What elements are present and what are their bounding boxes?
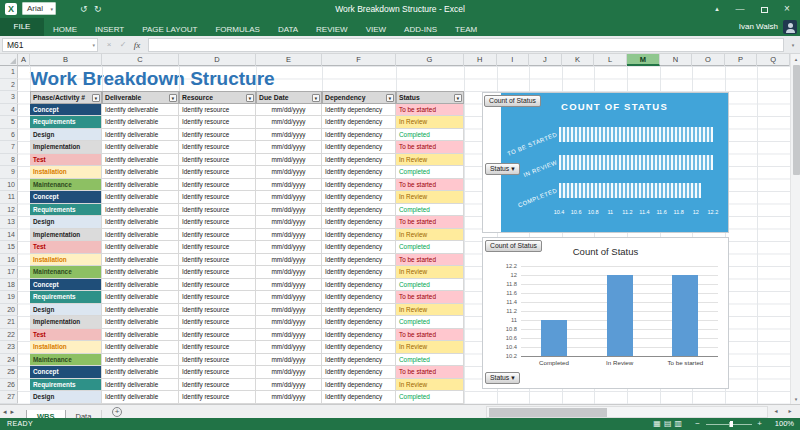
table-cell-dependency[interactable]: Identify dependency (322, 204, 396, 217)
zoom-slider-thumb[interactable] (730, 421, 733, 427)
table-cell-status[interactable]: To be started (396, 329, 464, 342)
row-header-15[interactable]: 15 (0, 241, 18, 254)
table-cell-phase[interactable]: Implementation (30, 229, 102, 242)
formula-input[interactable] (148, 38, 784, 52)
table-cell-dependency[interactable]: Identify dependency (322, 391, 396, 404)
table-cell-dependency[interactable]: Identify dependency (322, 104, 396, 117)
normal-view-icon[interactable]: ▦ (653, 419, 661, 428)
table-cell-status[interactable]: Completed (396, 241, 464, 254)
table-cell-deliverable[interactable]: Identify deliverable (102, 354, 179, 367)
column-header-L[interactable]: L (594, 54, 627, 66)
table-cell-status[interactable]: Completed (396, 204, 464, 217)
column-header-A[interactable]: A (18, 54, 30, 66)
column-header-N[interactable]: N (660, 54, 693, 66)
table-cell-due-date[interactable]: mm/dd/yyyy (256, 216, 322, 229)
table-header-due-date[interactable]: Due Date▾ (256, 91, 322, 104)
table-cell-resource[interactable]: Identify resource (179, 279, 256, 292)
table-header-dependency[interactable]: Dependency▾ (322, 91, 396, 104)
column-header-F[interactable]: F (322, 54, 396, 66)
table-cell-due-date[interactable]: mm/dd/yyyy (256, 154, 322, 167)
table-cell-dependency[interactable]: Identify dependency (322, 179, 396, 192)
enter-entry-icon[interactable]: ✓ (116, 38, 130, 52)
pivot-field-button[interactable]: Count of Status (485, 240, 542, 252)
qat-font-dropdown[interactable]: Arial▾ (22, 2, 56, 15)
row-header-1[interactable]: 1 (0, 66, 18, 79)
page-break-view-icon[interactable]: ▥ (674, 419, 682, 428)
table-cell-dependency[interactable]: Identify dependency (322, 166, 396, 179)
table-header-status[interactable]: Status▾ (396, 91, 464, 104)
table-cell-deliverable[interactable]: Identify deliverable (102, 241, 179, 254)
table-cell-dependency[interactable]: Identify dependency (322, 266, 396, 279)
table-cell-phase[interactable]: Design (30, 304, 102, 317)
table-cell-deliverable[interactable]: Identify deliverable (102, 279, 179, 292)
table-cell-phase[interactable]: Requirements (30, 204, 102, 217)
column-header-O[interactable]: O (692, 54, 725, 66)
row-header-6[interactable]: 6 (0, 129, 18, 142)
table-cell-resource[interactable]: Identify resource (179, 166, 256, 179)
table-cell-status[interactable]: Completed (396, 166, 464, 179)
table-cell-dependency[interactable]: Identify dependency (322, 229, 396, 242)
row-header-20[interactable]: 20 (0, 304, 18, 317)
row-header-27[interactable]: 27 (0, 391, 18, 404)
table-cell-dependency[interactable]: Identify dependency (322, 254, 396, 267)
column-header-G[interactable]: G (396, 54, 464, 66)
table-cell-status[interactable]: To be started (396, 104, 464, 117)
table-cell-deliverable[interactable]: Identify deliverable (102, 204, 179, 217)
table-cell-deliverable[interactable]: Identify deliverable (102, 179, 179, 192)
table-cell-due-date[interactable]: mm/dd/yyyy (256, 204, 322, 217)
row-header-17[interactable]: 17 (0, 266, 18, 279)
table-cell-status[interactable]: In Review (396, 266, 464, 279)
table-cell-deliverable[interactable]: Identify deliverable (102, 329, 179, 342)
table-cell-phase[interactable]: Maintenance (30, 179, 102, 192)
table-cell-dependency[interactable]: Identify dependency (322, 329, 396, 342)
table-cell-due-date[interactable]: mm/dd/yyyy (256, 341, 322, 354)
table-cell-status[interactable]: To be started (396, 179, 464, 192)
row-header-16[interactable]: 16 (0, 254, 18, 267)
table-cell-deliverable[interactable]: Identify deliverable (102, 104, 179, 117)
table-cell-resource[interactable]: Identify resource (179, 129, 256, 142)
table-cell-deliverable[interactable]: Identify deliverable (102, 191, 179, 204)
table-cell-deliverable[interactable]: Identify deliverable (102, 266, 179, 279)
table-cell-due-date[interactable]: mm/dd/yyyy (256, 366, 322, 379)
table-cell-status[interactable]: Completed (396, 129, 464, 142)
filter-dropdown-icon[interactable]: ▾ (454, 94, 462, 102)
zoom-out-icon[interactable]: − (695, 418, 700, 430)
column-header-D[interactable]: D (179, 54, 256, 66)
table-cell-phase[interactable]: Installation (30, 341, 102, 354)
table-cell-due-date[interactable]: mm/dd/yyyy (256, 179, 322, 192)
table-cell-resource[interactable]: Identify resource (179, 254, 256, 267)
table-cell-phase[interactable]: Design (30, 216, 102, 229)
select-all-corner[interactable] (0, 54, 18, 66)
table-cell-deliverable[interactable]: Identify deliverable (102, 316, 179, 329)
formula-bar-expand-icon[interactable]: ▾ (787, 38, 799, 52)
table-cell-deliverable[interactable]: Identify deliverable (102, 291, 179, 304)
row-header-12[interactable]: 12 (0, 204, 18, 217)
table-cell-dependency[interactable]: Identify dependency (322, 191, 396, 204)
row-header-11[interactable]: 11 (0, 191, 18, 204)
column-header-E[interactable]: E (256, 54, 322, 66)
table-cell-resource[interactable]: Identify resource (179, 229, 256, 242)
zoom-in-icon[interactable]: + (757, 418, 762, 430)
row-header-7[interactable]: 7 (0, 141, 18, 154)
row-header-26[interactable]: 26 (0, 379, 18, 392)
cells-area[interactable]: Work Breakdown Structure TO BE STARTEDIN… (18, 66, 790, 404)
row-header-21[interactable]: 21 (0, 316, 18, 329)
table-cell-status[interactable]: Completed (396, 316, 464, 329)
table-cell-dependency[interactable]: Identify dependency (322, 141, 396, 154)
table-cell-deliverable[interactable]: Identify deliverable (102, 166, 179, 179)
table-cell-resource[interactable]: Identify resource (179, 191, 256, 204)
table-cell-due-date[interactable]: mm/dd/yyyy (256, 191, 322, 204)
restore-button[interactable] (752, 0, 776, 18)
table-cell-due-date[interactable]: mm/dd/yyyy (256, 254, 322, 267)
table-cell-due-date[interactable]: mm/dd/yyyy (256, 391, 322, 404)
sheet-nav-left-icon[interactable]: ◂ (3, 408, 7, 415)
table-cell-phase[interactable]: Maintenance (30, 354, 102, 367)
row-header-4[interactable]: 4 (0, 104, 18, 117)
table-cell-due-date[interactable]: mm/dd/yyyy (256, 266, 322, 279)
table-cell-dependency[interactable]: Identify dependency (322, 366, 396, 379)
table-cell-deliverable[interactable]: Identify deliverable (102, 366, 179, 379)
table-cell-due-date[interactable]: mm/dd/yyyy (256, 229, 322, 242)
table-cell-due-date[interactable]: mm/dd/yyyy (256, 316, 322, 329)
table-cell-phase[interactable]: Requirements (30, 291, 102, 304)
table-cell-status[interactable]: Completed (396, 354, 464, 367)
